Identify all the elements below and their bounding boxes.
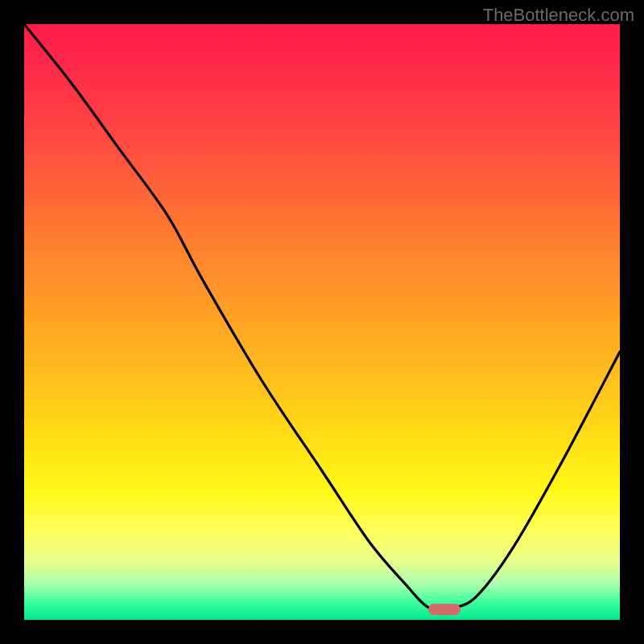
plot-area (24, 24, 620, 620)
optimal-marker (428, 604, 460, 615)
bottleneck-curve (24, 24, 620, 620)
watermark-text: TheBottleneck.com (483, 5, 634, 26)
